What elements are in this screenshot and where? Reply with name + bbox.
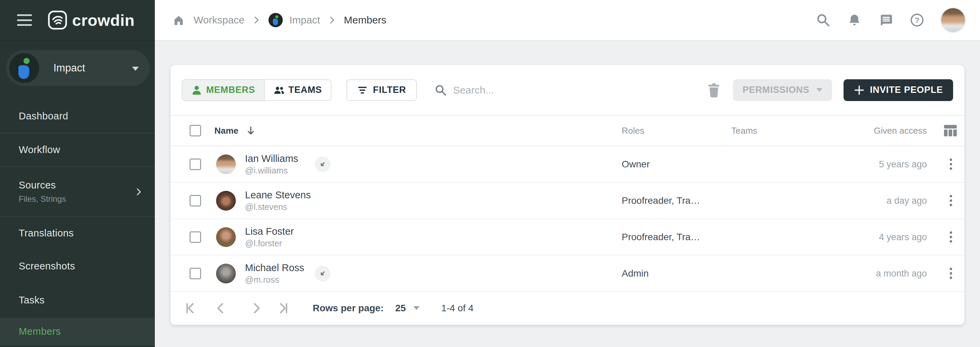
search-icon: [434, 84, 447, 96]
filter-button[interactable]: FILTER: [347, 79, 417, 101]
member-username: @l.stevens: [245, 202, 311, 212]
arrow-bottom-left-icon: [319, 161, 326, 168]
avatar: [216, 264, 236, 283]
current-login-badge[interactable]: [315, 266, 331, 281]
permissions-button[interactable]: PERMISSIONS: [733, 79, 832, 101]
table-row: Michael Ross @m.ross Admin a month ago: [170, 255, 964, 292]
invite-people-button[interactable]: INVITE PEOPLE: [843, 79, 953, 101]
member-name: Ian Williams: [245, 153, 298, 164]
table-row: Leane Stevens @l.stevens Proofreader, Tr…: [170, 183, 964, 219]
main-content: MEMBERS TEAMS FILTER: [155, 41, 980, 347]
plus-icon: [854, 85, 865, 96]
pagination: Rows per page: 25 1-4 of 4: [170, 292, 964, 324]
rows-per-page-select[interactable]: 25: [395, 303, 406, 314]
last-page-icon[interactable]: [275, 301, 291, 316]
chevron-right-icon: [329, 16, 335, 24]
topbar: Workspace Impact Members ?: [155, 0, 980, 41]
column-header-given-access: Given access: [874, 126, 927, 136]
member-roles: Proofreader, Tra…: [622, 195, 700, 206]
sidebar-item-dashboard[interactable]: Dashboard: [0, 100, 155, 133]
chevron-down-icon: [816, 88, 822, 92]
breadcrumb-members: Members: [344, 14, 387, 26]
sidebar: crowdin Impact Dashboard Workflow Source…: [0, 0, 155, 347]
column-header-name[interactable]: Name: [215, 126, 255, 136]
chevron-right-icon: [253, 16, 259, 24]
member-username: @m.ross: [245, 275, 304, 285]
chevron-down-icon: [132, 67, 139, 71]
breadcrumb-project[interactable]: Impact: [269, 13, 320, 27]
member-roles: Admin: [622, 268, 649, 279]
previous-page-icon[interactable]: [213, 301, 228, 316]
sidebar-item-tasks[interactable]: Tasks: [0, 283, 155, 318]
member-identity: Lisa Foster @l.forster: [245, 226, 294, 248]
next-page-icon[interactable]: [249, 301, 264, 316]
table-row: Lisa Foster @l.forster Proofreader, Tra……: [170, 219, 964, 255]
first-page-icon[interactable]: [183, 301, 198, 316]
columns-settings-icon[interactable]: [943, 123, 958, 138]
tab-teams[interactable]: TEAMS: [265, 80, 331, 100]
project-switcher[interactable]: Impact: [6, 50, 150, 86]
member-identity: Leane Stevens @l.stevens: [245, 189, 311, 212]
sidebar-item-screenshots[interactable]: Screenshots: [0, 249, 155, 283]
sidebar-item-members[interactable]: Members: [0, 318, 155, 345]
chevron-down-icon[interactable]: [414, 306, 420, 310]
sidebar-header: crowdin: [0, 0, 155, 41]
table-row: Ian Williams @i.williams Owner 5 years a…: [170, 146, 964, 183]
hamburger-menu-icon[interactable]: [17, 14, 32, 26]
sidebar-item-translations[interactable]: Translations: [0, 217, 155, 249]
table-header: Name Roles Teams Given access: [170, 116, 964, 146]
column-header-teams: Teams: [731, 126, 757, 136]
row-checkbox[interactable]: [189, 159, 201, 170]
sidebar-item-sources[interactable]: Sources Files, Strings: [0, 167, 155, 217]
member-roles: Proofreader, Tra…: [622, 232, 700, 243]
row-menu-kebab-icon[interactable]: [940, 263, 961, 284]
members-card: MEMBERS TEAMS FILTER: [170, 65, 964, 325]
row-menu-kebab-icon[interactable]: [940, 227, 961, 247]
members-toolbar: MEMBERS TEAMS FILTER: [170, 65, 964, 116]
svg-text:?: ?: [915, 16, 920, 24]
members-search: [434, 84, 589, 96]
filter-icon: [357, 85, 368, 95]
messages-chat-icon[interactable]: [878, 13, 893, 27]
project-logo-icon: [9, 53, 39, 83]
pagination-range: 1-4 of 4: [441, 303, 474, 314]
help-icon[interactable]: ?: [910, 13, 924, 27]
crowdin-logo[interactable]: crowdin: [48, 10, 135, 30]
search-icon[interactable]: [816, 13, 830, 27]
breadcrumb-workspace[interactable]: Workspace: [194, 14, 245, 26]
breadcrumb: Workspace Impact Members: [172, 13, 387, 27]
member-given-access: a day ago: [886, 195, 927, 206]
toolbar-actions: PERMISSIONS INVITE PEOPLE: [706, 79, 953, 101]
arrow-bottom-left-icon: [319, 270, 326, 277]
member-given-access: 5 years ago: [879, 159, 927, 169]
chevron-right-icon: [134, 188, 143, 196]
member-name: Lisa Foster: [245, 226, 294, 237]
member-identity: Michael Ross @m.ross: [245, 262, 304, 285]
row-menu-kebab-icon[interactable]: [940, 191, 961, 211]
tab-members[interactable]: MEMBERS: [182, 80, 265, 100]
sidebar-nav: Dashboard Workflow Sources Files, String…: [0, 100, 155, 347]
search-input[interactable]: [453, 84, 589, 96]
topbar-actions: ?: [816, 8, 980, 32]
sidebar-item-workflow[interactable]: Workflow: [0, 133, 155, 167]
project-name: Impact: [53, 62, 85, 74]
column-header-roles: Roles: [622, 126, 644, 136]
select-all-checkbox[interactable]: [189, 125, 201, 137]
row-checkbox[interactable]: [189, 268, 201, 279]
row-checkbox[interactable]: [189, 195, 201, 207]
home-icon[interactable]: [172, 14, 185, 26]
row-checkbox[interactable]: [189, 231, 201, 243]
member-given-access: 4 years ago: [879, 232, 927, 242]
notifications-bell-icon[interactable]: [847, 13, 862, 27]
current-login-badge[interactable]: [315, 156, 331, 172]
member-name: Michael Ross: [245, 262, 304, 274]
avatar: [216, 191, 236, 210]
user-avatar[interactable]: [941, 8, 965, 32]
crowdin-logo-icon: [48, 10, 67, 30]
rows-per-page-label: Rows per page:: [313, 303, 383, 314]
member-username: @l.forster: [245, 239, 294, 248]
row-menu-kebab-icon[interactable]: [940, 154, 961, 175]
sidebar-footer: [0, 345, 155, 347]
trash-icon[interactable]: [706, 82, 721, 98]
avatar: [216, 154, 236, 174]
